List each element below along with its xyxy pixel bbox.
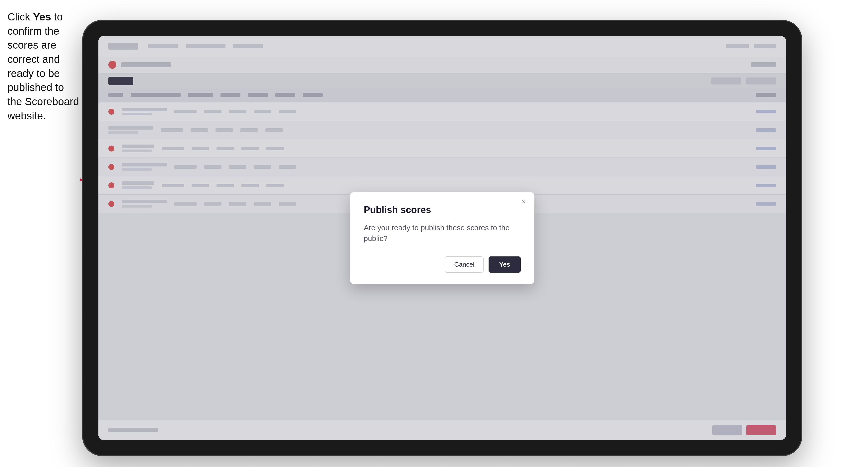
cancel-button[interactable]: Cancel: [445, 256, 484, 273]
modal-close-button[interactable]: ×: [519, 197, 528, 207]
modal-body-text: Are you ready to publish these scores to…: [364, 222, 521, 244]
tablet-screen: × Publish scores Are you ready to publis…: [98, 36, 786, 440]
modal-title: Publish scores: [364, 205, 521, 215]
annotation-text-prefix: Click: [7, 11, 33, 23]
annotation-text-suffix: to confirm the scores are correct and re…: [7, 11, 79, 122]
annotation-yes-bold: Yes: [33, 11, 51, 23]
modal-overlay: × Publish scores Are you ready to publis…: [98, 36, 786, 440]
modal-footer: Cancel Yes: [364, 256, 521, 273]
tablet-device: × Publish scores Are you ready to publis…: [82, 20, 802, 456]
annotation-text: Click Yes to confirm the scores are corr…: [7, 10, 80, 123]
yes-button[interactable]: Yes: [489, 256, 521, 273]
publish-scores-dialog: × Publish scores Are you ready to publis…: [350, 192, 534, 284]
